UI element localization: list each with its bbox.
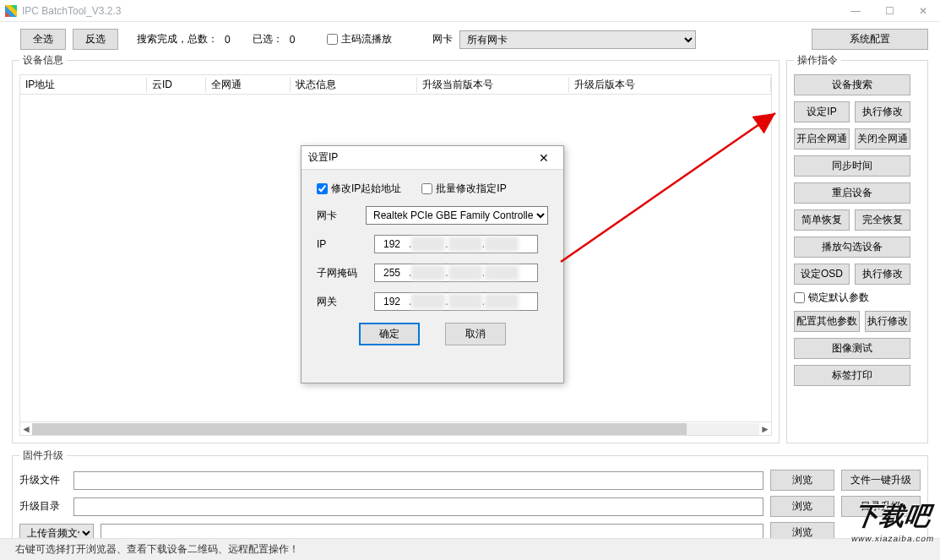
dialog-close-button[interactable]: ✕ bbox=[531, 149, 557, 167]
exec-modify-button[interactable]: 执行修改 bbox=[855, 101, 910, 122]
set-osd-button[interactable]: 设定OSD bbox=[794, 264, 850, 285]
lock-default-label: 锁定默认参数 bbox=[808, 291, 869, 305]
maximize-button[interactable]: ☐ bbox=[872, 0, 906, 22]
mask-octet-4[interactable] bbox=[485, 265, 519, 280]
open-allnet-button[interactable]: 开启全网通 bbox=[794, 128, 850, 150]
dialog-ok-button[interactable]: 确定 bbox=[359, 323, 420, 345]
simple-restore-button[interactable]: 简单恢复 bbox=[794, 209, 850, 231]
label-print-button[interactable]: 标签打印 bbox=[794, 365, 910, 386]
upgrade-dir-label: 升级目录 bbox=[19, 499, 67, 514]
dlg-nic-select[interactable]: Realtek PCIe GBE Family Controlle bbox=[366, 206, 548, 225]
other-params-button[interactable]: 配置其他参数 bbox=[794, 311, 860, 332]
firmware-legend: 固件升级 bbox=[19, 449, 67, 463]
lock-default-checkbox[interactable] bbox=[794, 292, 805, 303]
batch-modify-checkbox[interactable] bbox=[421, 183, 432, 194]
scroll-left-icon[interactable]: ◄ bbox=[20, 423, 32, 435]
upgrade-dir-input[interactable] bbox=[73, 497, 763, 516]
col-status[interactable]: 状态信息 bbox=[291, 78, 417, 92]
minimize-button[interactable]: — bbox=[839, 0, 872, 22]
col-allnet[interactable]: 全网通 bbox=[206, 78, 291, 92]
mask-input[interactable]: . . . bbox=[374, 264, 538, 282]
mainstream-checkbox[interactable] bbox=[327, 34, 338, 45]
set-ip-dialog: 设置IP ✕ 修改IP起始地址 批量修改指定IP 网卡 Realtek PCIe… bbox=[301, 145, 564, 383]
ip-input[interactable]: . . . bbox=[374, 235, 538, 253]
mask-octet-3[interactable] bbox=[448, 265, 482, 280]
nic-select[interactable]: 所有网卡 bbox=[459, 30, 696, 49]
search-done-label: 搜索完成，总数： bbox=[137, 32, 218, 46]
ops-legend: 操作指令 bbox=[794, 53, 841, 68]
mask-octet-1[interactable] bbox=[375, 267, 409, 279]
selected-label: 已选： bbox=[253, 32, 283, 46]
upgrade-file-input[interactable] bbox=[73, 471, 763, 490]
ops-group: 操作指令 设备搜索 设定IP 执行修改 开启全网通 关闭全网通 同步时间 重启设… bbox=[786, 53, 928, 443]
dialog-cancel-button[interactable]: 取消 bbox=[445, 323, 506, 345]
dlg-ip-label: IP bbox=[317, 238, 366, 250]
dlg-mask-label: 子网掩码 bbox=[317, 266, 366, 280]
h-scrollbar[interactable]: ◄ ► bbox=[19, 422, 772, 436]
invert-selection-button[interactable]: 反选 bbox=[73, 29, 118, 50]
nic-label: 网卡 bbox=[432, 32, 453, 46]
play-checked-button[interactable]: 播放勾选设备 bbox=[794, 237, 910, 258]
selected-count: 0 bbox=[290, 34, 296, 46]
device-info-legend: 设备信息 bbox=[19, 53, 67, 68]
col-new-ver[interactable]: 升级后版本号 bbox=[569, 78, 771, 92]
col-cur-ver[interactable]: 升级当前版本号 bbox=[417, 78, 569, 92]
table-header: IP地址 云ID 全网通 状态信息 升级当前版本号 升级后版本号 bbox=[19, 74, 772, 95]
ip-octet-3[interactable] bbox=[448, 237, 482, 252]
gw-octet-4[interactable] bbox=[485, 294, 519, 309]
mask-octet-2[interactable] bbox=[411, 265, 445, 280]
exec-modify2-button[interactable]: 执行修改 bbox=[855, 264, 910, 285]
sync-time-button[interactable]: 同步时间 bbox=[794, 155, 910, 177]
ip-octet-4[interactable] bbox=[485, 237, 519, 252]
window-title: IPC BatchTool_V3.2.3 bbox=[22, 5, 121, 17]
gw-octet-2[interactable] bbox=[411, 294, 445, 309]
col-ip[interactable]: IP地址 bbox=[20, 78, 147, 92]
dlg-gw-label: 网关 bbox=[317, 295, 366, 309]
select-all-button[interactable]: 全选 bbox=[20, 29, 66, 50]
modify-start-checkbox[interactable] bbox=[317, 183, 328, 194]
dlg-nic-label: 网卡 bbox=[317, 209, 357, 223]
browse-dir-button[interactable]: 浏览 bbox=[770, 496, 834, 517]
app-icon bbox=[5, 5, 17, 17]
device-search-button[interactable]: 设备搜索 bbox=[794, 74, 910, 95]
statusbar: 右键可选择打开浏览器、查看下载设备二维码、远程配置操作！ bbox=[0, 538, 940, 560]
upgrade-file-label: 升级文件 bbox=[19, 473, 67, 487]
close-allnet-button[interactable]: 关闭全网通 bbox=[855, 128, 910, 150]
toolbar: 全选 反选 搜索完成，总数： 0 已选： 0 主码流播放 网卡 所有网卡 系统配… bbox=[0, 22, 940, 53]
scroll-right-icon[interactable]: ► bbox=[759, 423, 771, 435]
watermark: 下载吧 www.xiazaiba.com bbox=[850, 499, 940, 543]
col-cloudid[interactable]: 云ID bbox=[147, 78, 206, 92]
one-key-upgrade-button[interactable]: 文件一键升级 bbox=[841, 470, 921, 491]
reboot-button[interactable]: 重启设备 bbox=[794, 182, 910, 204]
batch-modify-label: 批量修改指定IP bbox=[436, 182, 506, 196]
status-text: 右键可选择打开浏览器、查看下载设备二维码、远程配置操作！ bbox=[15, 542, 299, 557]
system-config-button[interactable]: 系统配置 bbox=[812, 29, 928, 50]
full-restore-button[interactable]: 完全恢复 bbox=[855, 209, 910, 231]
dialog-title: 设置IP bbox=[308, 150, 531, 165]
modify-start-label: 修改IP起始地址 bbox=[331, 182, 401, 196]
exec-modify3-button[interactable]: 执行修改 bbox=[865, 311, 910, 332]
close-button[interactable]: ✕ bbox=[906, 0, 940, 22]
mainstream-label: 主码流播放 bbox=[341, 32, 392, 46]
gw-octet-1[interactable] bbox=[375, 296, 409, 307]
image-test-button[interactable]: 图像测试 bbox=[794, 338, 910, 359]
gateway-input[interactable]: . . . bbox=[374, 292, 538, 311]
browse-file-button[interactable]: 浏览 bbox=[770, 470, 834, 491]
ip-octet-1[interactable] bbox=[375, 238, 409, 250]
titlebar: IPC BatchTool_V3.2.3 — ☐ ✕ bbox=[0, 0, 940, 22]
gw-octet-3[interactable] bbox=[448, 294, 482, 309]
set-ip-button[interactable]: 设定IP bbox=[794, 101, 850, 122]
total-count: 0 bbox=[225, 34, 231, 46]
ip-octet-2[interactable] bbox=[411, 237, 445, 252]
